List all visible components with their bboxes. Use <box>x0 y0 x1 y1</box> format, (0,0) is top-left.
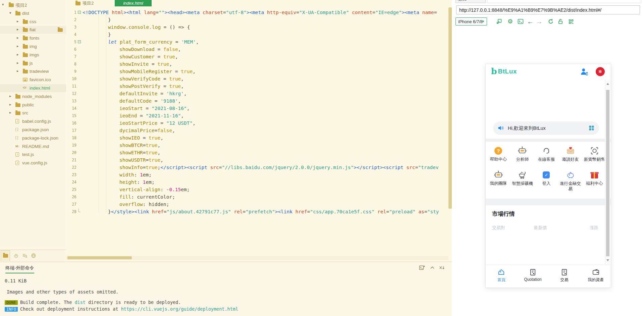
code-line-24[interactable]: 24height: 1em; <box>66 178 448 186</box>
collapse-panel-icon[interactable] <box>429 265 435 271</box>
close-terminal-icon[interactable] <box>439 265 445 271</box>
tree-item-node-modules[interactable]: ▸node_modules <box>0 93 66 101</box>
files-view-tab[interactable] <box>1 250 10 261</box>
url-input[interactable] <box>456 5 640 14</box>
code-line-12[interactable]: 12defaultInvite = 'hkrg', <box>66 90 448 97</box>
tree-item-babel-config-js[interactable]: Jbabel.config.js <box>0 117 66 125</box>
tree-item-package-lock-json[interactable]: [ ]package-lock.json <box>0 134 66 142</box>
code-line-2[interactable]: 2} <box>66 16 448 23</box>
tree-item-img[interactable]: ▸img <box>0 43 66 51</box>
code-line-14[interactable]: 14ieoStart = "2021-08-16", <box>66 105 448 112</box>
chevron-right-icon[interactable]: ▸ <box>9 94 11 98</box>
chevron-right-icon[interactable]: ▸ <box>17 52 19 57</box>
browser-tab-fragment[interactable]: 项目2 <box>455 0 486 3</box>
code-line-17[interactable]: 17dycimalPrice=false, <box>66 127 448 134</box>
tree-item-imgs[interactable]: ▸imgs <box>0 51 66 59</box>
app-tab-4[interactable]: 我的資產 <box>580 265 611 288</box>
code-line-8[interactable]: 8showInvite = true, <box>66 60 448 68</box>
phone-scrollbar[interactable] <box>605 80 610 265</box>
tree-item-css[interactable]: ▸css <box>0 18 66 26</box>
tree-item-test-js[interactable]: Jtest.js <box>0 151 66 159</box>
app-tab-3[interactable]: 交易 <box>549 265 580 288</box>
apps-grid-icon[interactable] <box>588 125 595 131</box>
code-line-26[interactable]: 26fill: currentColor; <box>66 193 448 201</box>
code-line-20[interactable]: 20showETHR=true, <box>66 149 448 156</box>
chevron-right-icon[interactable]: ▸ <box>17 27 19 32</box>
code-line-22[interactable]: 22showInfo=true;</script><script src="//… <box>66 164 448 171</box>
tab-project[interactable]: 项目2 <box>75 0 94 6</box>
code-line-6[interactable]: 6showDownload = false, <box>66 46 448 53</box>
tree-item-package-json[interactable]: [ ]package.json <box>0 126 66 134</box>
code-line-15[interactable]: 15ieoEnd = "2021-11-16", <box>66 112 448 119</box>
settings-gear-icon[interactable]: ⚙ <box>506 17 514 25</box>
chevron-right-icon[interactable]: ▸ <box>17 61 19 65</box>
tree-item-favicon-ico[interactable]: favicon.ico <box>0 76 66 84</box>
user-login-icon[interactable] <box>580 67 589 76</box>
tree-item-readme-md[interactable]: M↓README.md <box>0 143 66 151</box>
code-line-3[interactable]: 3window.console.log = () => { <box>66 23 448 31</box>
code-line-21[interactable]: 21showUSDTR=true, <box>66 156 448 164</box>
bug-icon[interactable] <box>13 253 19 258</box>
tab-index-html[interactable]: index.html <box>115 0 152 6</box>
code-line-16[interactable]: 16ieoStartPrice = "12 USDT", <box>66 119 448 127</box>
code-line-4[interactable]: 4} <box>66 31 448 38</box>
chevron-right-icon[interactable]: ▸ <box>17 36 19 40</box>
fold-marker-icon[interactable]: − <box>78 11 81 14</box>
menu-item-8[interactable]: ✓登入 <box>534 170 558 192</box>
tree-item-tradeview[interactable]: ▸tradeview <box>0 67 66 75</box>
code-line-9[interactable]: 9showMobileRegister = true, <box>66 68 448 75</box>
app-tab-1[interactable]: 首頁 <box>486 265 517 288</box>
code-line-5[interactable]: 5−let plat_form_currency = 'MEM', <box>66 38 448 46</box>
menu-item-4[interactable]: 邀請好友 <box>558 146 583 162</box>
tree-item-js[interactable]: ▸js <box>0 59 66 67</box>
tree-item-fiat[interactable]: ▸fiat <box>0 26 66 34</box>
unlock-icon[interactable] <box>556 17 565 25</box>
scroll-down-arrow[interactable] <box>606 259 609 261</box>
open-external-icon[interactable] <box>495 17 503 25</box>
editor-horizontal-scrollbar-track[interactable] <box>66 256 448 260</box>
forward-arrow-icon[interactable]: → <box>535 17 543 25</box>
chevron-right-icon[interactable]: ▸ <box>17 44 19 48</box>
chevron-right-icon[interactable]: ▸ <box>9 110 11 115</box>
code-line-27[interactable]: 27overflow: hidden; <box>66 201 448 208</box>
tree-item-index-html[interactable]: <>index.html <box>0 84 66 92</box>
refresh-icon[interactable] <box>547 17 555 25</box>
editor-horizontal-scrollbar-thumb[interactable] <box>67 256 132 259</box>
web-globe-icon[interactable] <box>31 253 36 258</box>
tree-item-public[interactable]: ▸public <box>0 101 66 109</box>
app-tab-2[interactable]: Quotation <box>517 265 549 288</box>
terminal-tab[interactable]: 终端-外部命令 <box>5 265 34 273</box>
code-line-25[interactable]: 25vertical-align: -0.15em; <box>66 186 448 193</box>
tree-item-src[interactable]: ▸src <box>0 109 66 117</box>
tree-item--2[interactable]: ▾项目2 <box>0 1 66 9</box>
chevron-down-icon[interactable]: ▾ <box>9 11 11 15</box>
menu-item-5[interactable]: 新貨幣銷售 <box>582 146 606 162</box>
chevron-down-icon[interactable]: ▾ <box>2 2 4 7</box>
code-line-19[interactable]: 19showBTCR=true, <box>66 142 448 149</box>
back-arrow-icon[interactable]: ← <box>526 17 534 25</box>
search-in-files-icon[interactable] <box>22 253 28 258</box>
code-line-1[interactable]: 1−<!DOCTYPE html><html lang=""><head><me… <box>66 9 448 16</box>
tree-item-fonts[interactable]: ▸fonts <box>0 34 66 42</box>
editor-vertical-scrollbar[interactable] <box>448 7 452 209</box>
menu-item-1[interactable]: ?帮助中心 <box>486 146 511 162</box>
menu-item-6[interactable]: 我的團隊 <box>486 170 511 192</box>
fold-marker-icon[interactable]: − <box>78 40 81 43</box>
code-line-23[interactable]: 23width: 1em; <box>66 171 448 178</box>
code-line-13[interactable]: 13defaultCode = '9188', <box>66 97 448 105</box>
code-line-28[interactable]: 28}</style><link href="js/about.42791c77… <box>66 208 448 215</box>
menu-item-2[interactable]: 分析師 <box>511 146 535 162</box>
menu-item-9[interactable]: 進行金融交易 <box>558 170 583 192</box>
new-terminal-icon[interactable] <box>419 265 425 271</box>
tree-item-dist[interactable]: ▾dist <box>0 9 66 17</box>
code-line-7[interactable]: 7showCustomer = true, <box>66 53 448 60</box>
code-line-18[interactable]: 18showIEO = true, <box>66 134 448 142</box>
tree-item-vue-config-js[interactable]: Jvue.config.js <box>0 159 66 167</box>
locate-folder-icon[interactable] <box>58 28 63 32</box>
chevron-right-icon[interactable]: ▸ <box>17 19 19 23</box>
scrollbar-thumb[interactable] <box>606 90 609 256</box>
code-line-11[interactable]: 11showPostVerify = true, <box>66 83 448 90</box>
chevron-right-icon[interactable]: ▸ <box>17 69 19 73</box>
language-flag-icon[interactable]: ✻ <box>596 67 605 76</box>
menu-item-7[interactable]: 智慧採礦機 <box>511 170 535 192</box>
